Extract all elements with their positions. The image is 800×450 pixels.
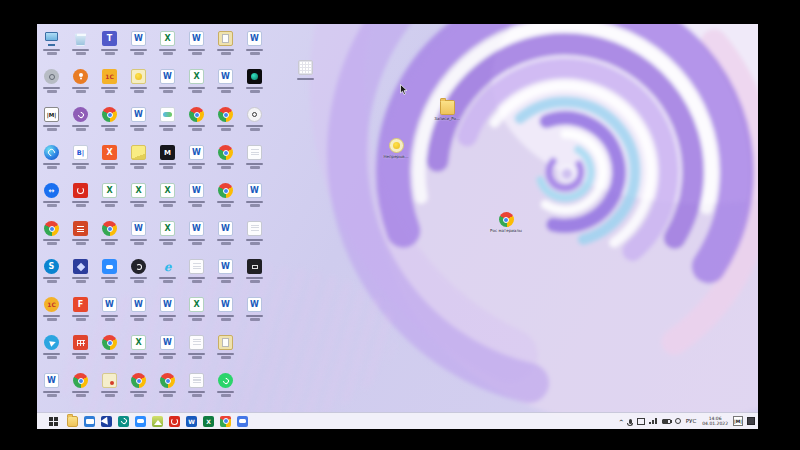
desktop-icon-excel-doc[interactable]: [153, 180, 182, 218]
desktop-icon-edge[interactable]: [37, 142, 66, 180]
mediaget-tray-icon[interactable]: |M|: [733, 416, 743, 426]
desktop-icon-word-doc[interactable]: [153, 66, 182, 104]
desktop-icon-word-doc[interactable]: [124, 28, 153, 66]
desktop-icon-chrome[interactable]: [211, 142, 240, 180]
desktop-icon-skype[interactable]: [37, 256, 66, 294]
taskbar-clock[interactable]: 14:06 04.01.2022: [701, 416, 729, 426]
explorer-folder-icon[interactable]: [67, 416, 78, 427]
acrobat-icon[interactable]: [169, 416, 180, 427]
desktop-icon-chrome[interactable]: [37, 218, 66, 256]
desktop-icon-1c[interactable]: [95, 66, 124, 104]
desktop-icon-grid-doc[interactable]: [282, 60, 328, 80]
desktop-icon-chrome[interactable]: [95, 332, 124, 370]
ime-icon[interactable]: [637, 418, 645, 425]
desktop-icon-word-doc[interactable]: [240, 294, 269, 332]
desktop-icon-word-doc[interactable]: [182, 180, 211, 218]
desktop-icon-word-doc[interactable]: [124, 104, 153, 142]
desktop-icon-zoom[interactable]: [95, 256, 124, 294]
desktop-icon-word-doc[interactable]: [153, 332, 182, 370]
desktop-icon-chrome[interactable]: [66, 370, 95, 408]
desktop-icon-chrome[interactable]: [211, 180, 240, 218]
photos-icon[interactable]: [152, 416, 163, 427]
desktop-icon-red-f-app[interactable]: [66, 294, 95, 332]
desktop-icon-openvpn[interactable]: [66, 66, 95, 104]
excel-app-icon[interactable]: [203, 416, 214, 427]
desktop-icon-settings[interactable]: [37, 66, 66, 104]
desktop-icon-audio-file[interactable]: [240, 104, 269, 142]
word-app-icon[interactable]: [186, 416, 197, 427]
desktop-icon-word-doc[interactable]: [211, 218, 240, 256]
desktop-icon-archive[interactable]: [211, 332, 240, 370]
desktop-icon-lamp[interactable]: [124, 66, 153, 104]
desktop-icon-telegram[interactable]: [37, 332, 66, 370]
desktop-icon-word-doc[interactable]: [182, 28, 211, 66]
desktop-icon-black-m-app[interactable]: [153, 142, 182, 180]
desktop-icon-paper-doc[interactable]: [182, 370, 211, 408]
desktop-icon-word-doc[interactable]: [182, 142, 211, 180]
blue-app-icon[interactable]: [237, 416, 248, 427]
desktop-icon-chrome[interactable]: [153, 370, 182, 408]
desktop-icon-webex[interactable]: [240, 66, 269, 104]
desktop-icon-whatsapp[interactable]: [211, 370, 240, 408]
desktop-icon-folder[interactable]: Записи_Ро...: [424, 100, 470, 122]
desktop-icon-teamviewer[interactable]: [37, 180, 66, 218]
desktop-icon-excel-doc[interactable]: [153, 218, 182, 256]
network-icon[interactable]: [649, 418, 658, 424]
phone-app-icon[interactable]: [118, 416, 129, 427]
desktop-icon-excel-doc[interactable]: [124, 332, 153, 370]
desktop-icon-word-doc[interactable]: [124, 294, 153, 332]
chrome-icon[interactable]: [220, 416, 231, 427]
desktop-icon-word-doc[interactable]: [211, 256, 240, 294]
start-button[interactable]: [45, 414, 61, 428]
cursor-app-icon[interactable]: [101, 416, 112, 427]
desktop-icon-chrome[interactable]: [182, 104, 211, 142]
desktop-icon-1c-round[interactable]: [37, 294, 66, 332]
desktop-icon-mediaget[interactable]: [37, 104, 66, 142]
desktop-icon-black-app[interactable]: [240, 256, 269, 294]
desktop-icon-chrome[interactable]: Рос материалы: [483, 212, 529, 234]
desktop-icon-word-doc[interactable]: [211, 294, 240, 332]
desktop-icon-obs[interactable]: [124, 256, 153, 294]
desktop-icon-lamp-round[interactable]: Непрерыв...: [373, 138, 419, 160]
chevron-up-icon[interactable]: ^: [619, 419, 624, 425]
desktop-icon-word-doc[interactable]: [182, 218, 211, 256]
desktop-icon-orange-x-app[interactable]: [95, 142, 124, 180]
desktop-icon-word-doc[interactable]: [95, 294, 124, 332]
desktop-icon-paper-doc[interactable]: [182, 332, 211, 370]
desktop-icon-blue-3d-app[interactable]: [66, 256, 95, 294]
mail-icon[interactable]: [84, 416, 95, 427]
desktop-icon-excel-doc[interactable]: [182, 66, 211, 104]
desktop-icon-chrome[interactable]: [211, 104, 240, 142]
desktop-icon-excel-doc[interactable]: [124, 180, 153, 218]
action-center-icon[interactable]: [747, 417, 755, 425]
desktop-icon-chrome[interactable]: [95, 218, 124, 256]
desktop-icon-internet-explorer[interactable]: [153, 256, 182, 294]
desktop-icon-red-grid-app[interactable]: [66, 332, 95, 370]
desktop-icon-blue-b-app[interactable]: [66, 142, 95, 180]
zoom-icon[interactable]: [135, 416, 146, 427]
desktop-icon-paper-doc[interactable]: [240, 218, 269, 256]
desktop-icon-word-doc[interactable]: [240, 28, 269, 66]
language-indicator[interactable]: РУС: [685, 418, 698, 424]
desktop-icon-red-app[interactable]: [66, 218, 95, 256]
desktop-icon-viber[interactable]: [66, 104, 95, 142]
desktop-icon-word-doc[interactable]: [124, 218, 153, 256]
desktop-icon-excel-doc[interactable]: [182, 294, 211, 332]
desktop-icon-word-doc[interactable]: [211, 66, 240, 104]
drive-icon[interactable]: [675, 418, 681, 424]
desktop-icon-acrobat[interactable]: [66, 180, 95, 218]
desktop-icon-excel-doc[interactable]: [95, 180, 124, 218]
desktop-icon-cloud-mail[interactable]: [153, 104, 182, 142]
desktop-icon-recycle-bin[interactable]: [66, 28, 95, 66]
desktop-icon-paper-doc[interactable]: [240, 142, 269, 180]
desktop-icon-this-pc[interactable]: [37, 28, 66, 66]
desktop-icon-sticky-notes[interactable]: [124, 142, 153, 180]
desktop-icon-chrome[interactable]: [124, 370, 153, 408]
desktop-icon-word-doc[interactable]: [240, 180, 269, 218]
battery-icon[interactable]: [662, 419, 671, 424]
desktop-icon-excel-doc[interactable]: [153, 28, 182, 66]
desktop-icon-paper-doc[interactable]: [182, 256, 211, 294]
desktop-icon-certificate[interactable]: [95, 370, 124, 408]
desktop-icon-teams[interactable]: [95, 28, 124, 66]
desktop-icon-archive[interactable]: [211, 28, 240, 66]
